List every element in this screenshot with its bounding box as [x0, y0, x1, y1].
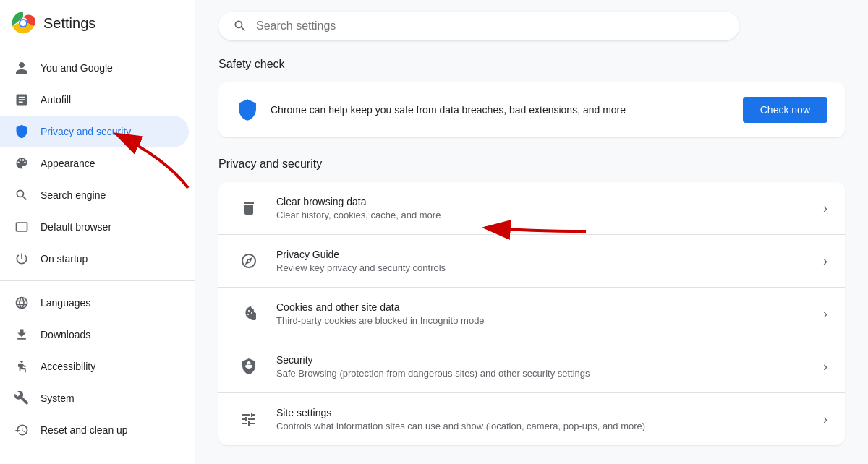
search-input[interactable] — [256, 20, 725, 33]
safety-check-card: Chrome can help keep you safe from data … — [218, 82, 845, 137]
svg-point-2 — [20, 20, 26, 26]
safety-check-title: Safety check — [218, 58, 845, 71]
sidebar: Settings You and Google Autofill — [0, 0, 195, 464]
privacy-item-site-settings[interactable]: Site settings Controls what information … — [218, 393, 845, 445]
sidebar-item-accessibility[interactable]: Accessibility — [0, 351, 189, 382]
sidebar-item-label: Default browser — [41, 221, 111, 233]
privacy-item-title: Privacy Guide — [276, 249, 809, 260]
sidebar-item-label: Search engine — [41, 189, 106, 201]
sidebar-item-label: You and Google — [41, 62, 113, 74]
privacy-item-title: Security — [276, 354, 809, 366]
sliders-icon — [236, 406, 262, 432]
privacy-item-desc: Safe Browsing (protection from dangerous… — [276, 368, 809, 379]
sidebar-item-languages[interactable]: Languages — [0, 287, 189, 319]
check-now-button[interactable]: Check now — [743, 97, 827, 123]
privacy-item-cookies[interactable]: Cookies and other site data Third-party … — [218, 288, 845, 340]
svg-point-3 — [20, 361, 22, 363]
power-icon — [14, 252, 29, 266]
sidebar-item-label: Appearance — [41, 158, 95, 169]
article-icon — [14, 93, 29, 107]
download-icon — [14, 327, 29, 342]
main-content: Safety check Chrome can help keep you sa… — [195, 0, 868, 464]
privacy-item-desc: Clear history, cookies, cache, and more — [276, 210, 809, 220]
privacy-item-title: Cookies and other site data — [276, 301, 809, 313]
sidebar-item-default-browser[interactable]: Default browser — [0, 211, 189, 243]
sidebar-item-label: Autofill — [41, 94, 71, 106]
sidebar-nav: You and Google Autofill Privacy and secu… — [0, 46, 195, 464]
sidebar-item-label: Languages — [41, 297, 90, 309]
privacy-item-title: Site settings — [276, 407, 809, 418]
privacy-item-privacy-guide[interactable]: Privacy Guide Review key privacy and sec… — [218, 235, 845, 288]
privacy-item-desc: Controls what information sites can use … — [276, 421, 809, 431]
privacy-item-title: Clear browsing data — [276, 196, 809, 207]
history-icon — [14, 423, 29, 437]
sidebar-item-label: Downloads — [41, 329, 90, 340]
compass-icon — [236, 248, 262, 274]
trash-icon — [236, 195, 262, 221]
sidebar-item-label: Reset and clean up — [41, 424, 128, 436]
shield-lock-icon — [236, 353, 262, 379]
sidebar-item-appearance[interactable]: Appearance — [0, 147, 189, 179]
chevron-right-icon: › — [823, 412, 827, 427]
chrome-logo-icon — [12, 12, 35, 35]
app-title: Settings — [43, 15, 95, 32]
sidebar-item-reset-and-clean-up[interactable]: Reset and clean up — [0, 414, 189, 446]
privacy-item-desc: Third-party cookies are blocked in Incog… — [276, 315, 809, 326]
globe-icon — [14, 296, 29, 310]
privacy-security-title: Privacy and security — [218, 158, 845, 171]
search-bar — [218, 12, 739, 40]
privacy-security-list: Clear browsing data Clear history, cooki… — [218, 182, 845, 445]
safety-check-description: Chrome can help keep you safe from data … — [271, 104, 731, 116]
privacy-item-clear-browsing-data[interactable]: Clear browsing data Clear history, cooki… — [218, 182, 845, 235]
sidebar-item-system[interactable]: System — [0, 382, 189, 414]
privacy-item-desc: Review key privacy and security controls — [276, 262, 809, 273]
sidebar-item-search-engine[interactable]: Search engine — [0, 179, 189, 211]
chevron-right-icon: › — [823, 201, 827, 216]
sidebar-item-label: System — [41, 392, 75, 404]
search-bar-container — [218, 0, 845, 58]
monitor-icon — [14, 220, 29, 234]
wrench-icon — [14, 391, 29, 405]
sidebar-item-privacy-and-security[interactable]: Privacy and security — [0, 116, 189, 147]
privacy-item-content: Clear browsing data Clear history, cooki… — [276, 196, 809, 220]
chevron-right-icon: › — [823, 306, 827, 322]
shield-icon — [14, 124, 29, 139]
sidebar-header: Settings — [0, 0, 195, 46]
sidebar-item-label: On startup — [41, 253, 88, 265]
safety-shield-icon — [236, 98, 259, 121]
palette-icon — [14, 156, 29, 171]
privacy-item-content: Security Safe Browsing (protection from … — [276, 354, 809, 379]
chevron-right-icon: › — [823, 254, 827, 269]
sidebar-item-on-startup[interactable]: On startup — [0, 243, 189, 275]
sidebar-item-label: Accessibility — [41, 361, 95, 372]
privacy-item-content: Site settings Controls what information … — [276, 407, 809, 431]
privacy-item-content: Privacy Guide Review key privacy and sec… — [276, 249, 809, 273]
sidebar-item-autofill[interactable]: Autofill — [0, 84, 189, 116]
search-icon — [14, 188, 29, 202]
sidebar-item-label: Privacy and security — [41, 126, 131, 137]
chevron-right-icon: › — [823, 359, 827, 374]
sidebar-item-you-and-google[interactable]: You and Google — [0, 52, 189, 84]
privacy-item-content: Cookies and other site data Third-party … — [276, 301, 809, 326]
person-icon — [14, 61, 29, 75]
accessibility-icon — [14, 359, 29, 374]
privacy-item-security[interactable]: Security Safe Browsing (protection from … — [218, 340, 845, 393]
search-icon — [233, 19, 247, 33]
cookie-icon — [236, 301, 262, 327]
nav-divider — [0, 280, 195, 281]
sidebar-item-downloads[interactable]: Downloads — [0, 319, 189, 351]
